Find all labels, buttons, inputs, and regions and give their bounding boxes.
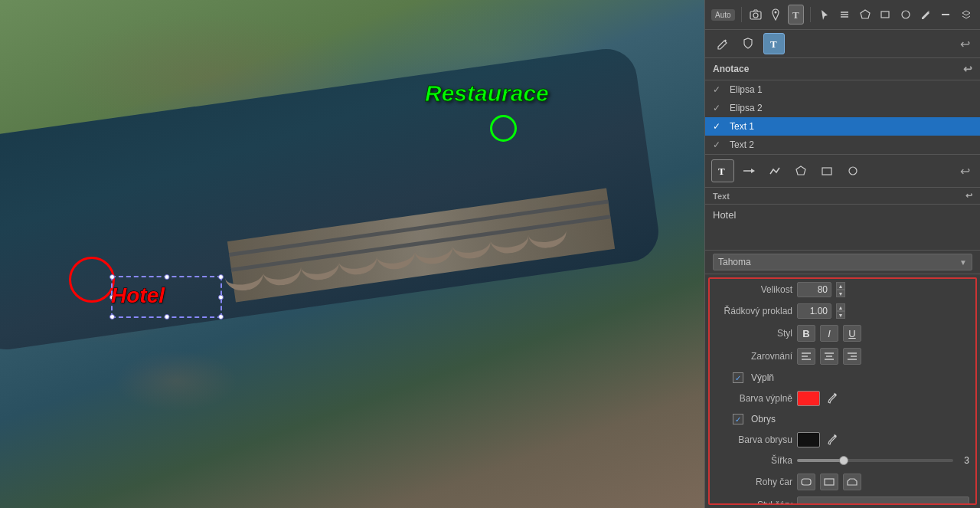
toolbar-row2: T ↩	[705, 30, 980, 58]
styl-cary-dropdown[interactable]: ▼	[797, 497, 969, 505]
annotation-item-elipsa2[interactable]: ✓ Elipsa 2	[705, 99, 980, 117]
styl-row: Styl B I U	[710, 322, 975, 345]
barva-obrysu-label: Barva obrysu	[716, 434, 792, 445]
check-text1: ✓	[713, 121, 724, 132]
type-circle-btn[interactable]	[841, 159, 864, 182]
styl-cary-label: Styl čáry	[716, 500, 792, 505]
radkovy-input[interactable]	[797, 303, 831, 319]
zarovnani-label: Zarovnání	[716, 351, 792, 362]
type-arrow-btn[interactable]	[737, 159, 760, 182]
svg-rect-10	[942, 14, 949, 15]
text-tool-top-btn[interactable]: T	[788, 5, 804, 25]
text-type-active-btn[interactable]: T	[763, 33, 785, 54]
barva-obrysu-row: Barva obrysu	[710, 429, 975, 451]
radkovy-up-btn[interactable]: ▲	[836, 303, 845, 311]
corner-round-btn[interactable]	[797, 474, 815, 490]
restaurace-map-label: Restaurace	[425, 80, 549, 107]
text-section-label: Text ↩	[705, 188, 980, 205]
velikost-row: Velikost ▲ ▼	[710, 279, 975, 300]
type-polyline-btn[interactable]	[763, 159, 786, 182]
sirka-row: Šířka 3	[710, 451, 975, 470]
check-text2: ✓	[713, 139, 724, 150]
green-circle-annotation[interactable]	[490, 115, 517, 142]
svg-point-2	[774, 11, 776, 14]
type-rect-btn[interactable]	[815, 159, 838, 182]
annotation-label-text1: Text 1	[730, 121, 754, 132]
sirka-slider-thumb	[839, 456, 848, 465]
obrys-checkbox[interactable]	[733, 414, 743, 424]
font-dropdown-row: Tahoma ▼	[705, 251, 980, 274]
shield-tool-btn[interactable]	[737, 33, 759, 54]
obrys-row: Obrys	[710, 409, 975, 429]
toolbar-separator-2	[810, 7, 811, 22]
barva-obrysu-swatch[interactable]	[797, 432, 820, 447]
toolbar-top: Auto T	[705, 0, 980, 30]
back-btn-row2[interactable]: ↩	[956, 34, 974, 53]
sirka-value: 3	[964, 455, 969, 466]
back-btn-type[interactable]: ↩	[956, 162, 974, 180]
annotation-item-text2[interactable]: ✓ Text 2	[705, 136, 980, 154]
corner-miter-btn[interactable]	[820, 474, 838, 490]
velikost-down-btn[interactable]: ▼	[836, 290, 845, 297]
annotations-back-btn[interactable]: ↩	[963, 63, 972, 75]
annotations-list: ✓ Elipsa 1 ✓ Elipsa 2 ✓ Text 1 ✓ Text 2	[705, 80, 980, 155]
cursor-tool-btn[interactable]	[817, 5, 832, 25]
svg-rect-30	[825, 479, 834, 485]
back-btn-text-section[interactable]: ↩	[965, 191, 972, 201]
velikost-label: Velikost	[716, 284, 792, 295]
rect-top-btn[interactable]	[877, 5, 893, 25]
pin-tool-btn[interactable]	[768, 5, 783, 25]
vypln-eyedropper-btn[interactable]	[825, 391, 840, 406]
sirka-slider[interactable]	[797, 459, 953, 462]
type-text-btn[interactable]: T	[711, 159, 734, 182]
align-right-btn[interactable]	[843, 348, 861, 365]
vypln-row: Výplň	[710, 368, 975, 388]
svg-text:T: T	[792, 9, 799, 20]
auto-mode-badge[interactable]: Auto	[711, 9, 735, 21]
circle-top-btn[interactable]	[897, 5, 913, 25]
divider-tool-btn[interactable]	[837, 5, 852, 25]
type-polygon-btn[interactable]	[789, 159, 812, 182]
radkovy-down-btn[interactable]: ▼	[836, 311, 845, 319]
annotation-item-text1[interactable]: ✓ Text 1	[705, 117, 980, 136]
align-center-btn[interactable]	[820, 348, 838, 365]
layers-tool-btn[interactable]	[959, 5, 974, 25]
sirka-label: Šířka	[716, 455, 792, 466]
pencil-tool-btn[interactable]	[918, 5, 933, 25]
italic-btn[interactable]: I	[820, 325, 838, 342]
check-elipsa2: ✓	[713, 103, 724, 113]
annotation-label-text2: Text 2	[730, 139, 754, 150]
camera-tool-btn[interactable]	[747, 5, 763, 25]
polygon-top-btn[interactable]	[858, 5, 873, 25]
minus-tool-btn[interactable]	[938, 5, 953, 25]
align-left-btn[interactable]	[797, 348, 815, 365]
font-dropdown-arrow: ▼	[959, 258, 967, 267]
text-content-area[interactable]: Hotel	[705, 205, 980, 251]
edit-tool-btn[interactable]	[711, 33, 733, 54]
barva-vypln-row: Barva výplně	[710, 388, 975, 409]
svg-rect-8	[881, 11, 889, 18]
red-circle-annotation[interactable]	[69, 257, 115, 303]
rohy-car-label: Rohy čar	[716, 477, 792, 487]
underline-btn[interactable]: U	[843, 325, 861, 342]
corner-bevel-btn[interactable]	[843, 474, 861, 490]
annotations-title: Anotace	[713, 64, 749, 74]
bold-btn[interactable]: B	[797, 325, 815, 342]
svg-marker-31	[848, 479, 857, 485]
styl-label: Styl	[716, 328, 792, 339]
svg-point-28	[835, 435, 837, 438]
annotation-label-elipsa2: Elipsa 2	[730, 103, 763, 113]
velikost-spinners: ▲ ▼	[836, 282, 845, 297]
font-select-dropdown[interactable]: Tahoma ▼	[713, 254, 972, 270]
radkovy-spinners: ▲ ▼	[836, 303, 845, 319]
velikost-up-btn[interactable]: ▲	[836, 282, 845, 290]
styl-cary-arrow: ▼	[956, 501, 964, 506]
properties-panel: Velikost ▲ ▼ Řádkový proklad ▲ ▼ Styl B …	[708, 277, 977, 505]
map-area[interactable]: Hotel Restaurace	[0, 0, 704, 508]
barva-vypln-swatch[interactable]	[797, 391, 820, 406]
velikost-input[interactable]	[797, 282, 831, 297]
vypln-checkbox[interactable]	[733, 372, 743, 383]
vypln-label: Výplň	[751, 372, 774, 383]
annotation-item-elipsa1[interactable]: ✓ Elipsa 1	[705, 80, 980, 99]
obrys-eyedropper-btn[interactable]	[825, 432, 840, 447]
